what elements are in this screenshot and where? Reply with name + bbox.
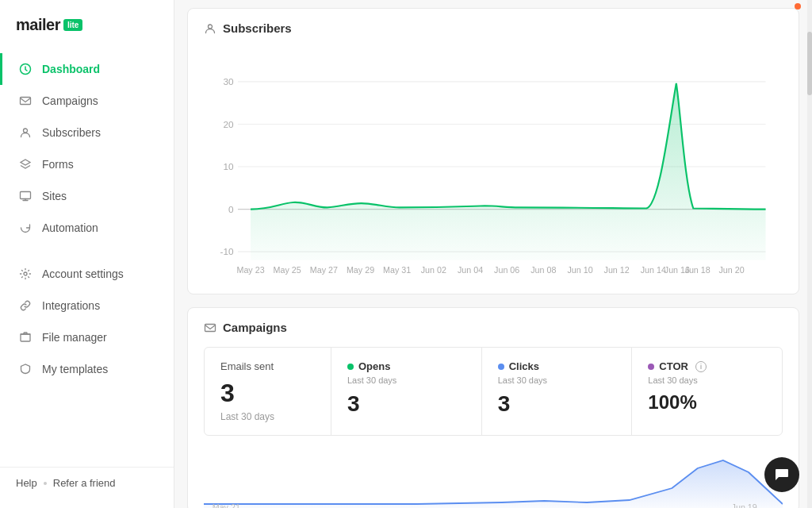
svg-point-4 — [24, 272, 27, 275]
ctor-dot — [648, 364, 654, 370]
svg-text:0: 0 — [228, 204, 234, 214]
sidebar-item-dashboard[interactable]: Dashboard — [0, 53, 174, 85]
sidebar-item-label-subscribers: Subscribers — [42, 126, 101, 139]
svg-rect-3 — [21, 192, 31, 199]
layers-icon — [18, 157, 33, 171]
subscribers-title-text: Subscribers — [223, 21, 292, 35]
clock-icon — [18, 62, 33, 76]
subscribers-chart-svg: 30 20 10 0 -10 — [204, 48, 783, 286]
sidebar-item-label-file-manager: File manager — [42, 331, 107, 344]
sidebar-item-subscribers[interactable]: Subscribers — [0, 117, 174, 148]
clicks-sublabel: Last 30 days — [498, 375, 616, 385]
clicks-label: Clicks — [509, 360, 539, 372]
sidebar-item-my-templates[interactable]: My templates — [0, 353, 174, 385]
sidebar-item-label-sites: Sites — [42, 190, 67, 202]
svg-text:Jun 06: Jun 06 — [494, 265, 519, 275]
stat-clicks: Clicks Last 30 days 3 — [482, 348, 633, 435]
sidebar-footer: Help Refer a friend — [0, 467, 174, 498]
stat-opens: Opens Last 30 days 3 — [331, 348, 482, 435]
chat-bubble-button[interactable] — [764, 457, 799, 492]
svg-text:May 31: May 31 — [383, 265, 411, 275]
svg-text:20: 20 — [223, 119, 234, 129]
box-icon — [18, 330, 33, 344]
gear-icon — [18, 267, 33, 281]
logo-badge: lite — [63, 19, 82, 31]
campaigns-mini-chart: May 21 Jun 19 — [204, 448, 783, 508]
campaigns-card-title: Campaigns — [204, 321, 783, 334]
svg-text:30: 30 — [223, 76, 234, 87]
svg-text:Jun 04: Jun 04 — [458, 265, 483, 275]
main-content: Subscribers 30 20 10 0 -10 — [174, 0, 812, 508]
emails-sent-sublabel: Last 30 days — [220, 411, 315, 422]
ctor-value: 100% — [648, 391, 766, 414]
sidebar-item-label-campaigns: Campaigns — [42, 94, 98, 107]
stat-ctor: CTOR i Last 30 days 100% — [632, 348, 782, 435]
svg-text:May 29: May 29 — [347, 265, 374, 275]
subscribers-chart-title: Subscribers — [204, 21, 783, 35]
svg-text:Jun 20: Jun 20 — [718, 265, 744, 275]
logo-text: mailer — [16, 16, 60, 34]
help-link[interactable]: Help — [16, 477, 37, 489]
svg-text:Jun 12: Jun 12 — [604, 265, 630, 275]
sidebar-item-label-dashboard: Dashboard — [42, 63, 100, 75]
sidebar-item-campaigns[interactable]: Campaigns — [0, 85, 174, 117]
sidebar-item-label-my-templates: My templates — [42, 363, 108, 375]
chat-icon — [773, 466, 791, 483]
footer-separator — [44, 482, 47, 485]
opens-dot — [347, 364, 354, 370]
svg-rect-5 — [21, 334, 30, 341]
scrollbar-track[interactable] — [807, 0, 812, 508]
svg-text:Jun 10: Jun 10 — [567, 265, 592, 275]
opens-sublabel: Last 30 days — [347, 375, 465, 385]
opens-label: Opens — [358, 360, 390, 372]
svg-rect-1 — [21, 98, 31, 105]
orange-dot-indicator — [795, 3, 801, 10]
sidebar-item-label-forms: Forms — [42, 158, 74, 171]
mini-chart-label-may: May 21 — [213, 503, 240, 508]
refresh-icon — [18, 221, 33, 235]
scrollbar-thumb[interactable] — [807, 32, 812, 95]
svg-text:Jun 02: Jun 02 — [421, 265, 446, 275]
sidebar-item-automation[interactable]: Automation — [0, 212, 174, 244]
svg-text:Jun 08: Jun 08 — [530, 265, 556, 275]
sidebar-item-integrations[interactable]: Integrations — [0, 290, 174, 321]
svg-text:-10: -10 — [220, 246, 234, 256]
sidebar-item-account-settings[interactable]: Account settings — [0, 258, 174, 290]
emails-sent-value: 3 — [220, 379, 315, 408]
link-icon — [18, 298, 33, 313]
subscribers-chart-card: Subscribers 30 20 10 0 -10 — [187, 8, 799, 294]
ctor-label: CTOR — [659, 360, 688, 372]
campaigns-title-text: Campaigns — [223, 321, 287, 334]
emails-sent-label: Emails sent — [220, 360, 315, 372]
svg-text:May 23: May 23 — [236, 265, 264, 275]
shield-icon — [18, 362, 33, 376]
sidebar-item-sites[interactable]: Sites — [0, 180, 174, 212]
ctor-info-icon[interactable]: i — [695, 361, 707, 372]
sidebar-item-forms[interactable]: Forms — [0, 148, 174, 180]
sidebar-item-label-automation: Automation — [42, 221, 98, 234]
campaigns-card: Campaigns Emails sent 3 Last 30 days Ope… — [187, 307, 799, 508]
ctor-sublabel: Last 30 days — [648, 375, 766, 385]
clicks-value: 3 — [498, 391, 616, 417]
opens-value: 3 — [347, 391, 465, 417]
svg-text:May 27: May 27 — [310, 265, 338, 275]
mini-chart-label-jun: Jun 19 — [732, 503, 757, 508]
svg-point-6 — [209, 25, 213, 29]
monitor-icon — [18, 189, 33, 203]
content-area: Subscribers 30 20 10 0 -10 — [174, 8, 812, 508]
nav-section: Dashboard Campaigns Subscribers — [0, 53, 174, 467]
person-chart-icon — [204, 22, 216, 35]
sidebar-item-file-manager[interactable]: File manager — [0, 321, 174, 353]
subscribers-chart-container: 30 20 10 0 -10 — [204, 48, 783, 286]
mail-campaigns-icon — [204, 321, 216, 334]
campaigns-stats: Emails sent 3 Last 30 days Opens Last 30… — [204, 347, 783, 436]
svg-rect-33 — [205, 324, 216, 331]
svg-text:May 25: May 25 — [274, 265, 301, 275]
svg-point-2 — [24, 129, 28, 133]
refer-link[interactable]: Refer a friend — [53, 477, 116, 489]
svg-text:Jun 14: Jun 14 — [641, 265, 666, 275]
svg-text:Jun 18: Jun 18 — [685, 265, 710, 275]
logo-area: mailer lite — [0, 0, 174, 53]
sidebar-item-label-integrations: Integrations — [42, 299, 100, 312]
clicks-dot — [498, 364, 504, 370]
